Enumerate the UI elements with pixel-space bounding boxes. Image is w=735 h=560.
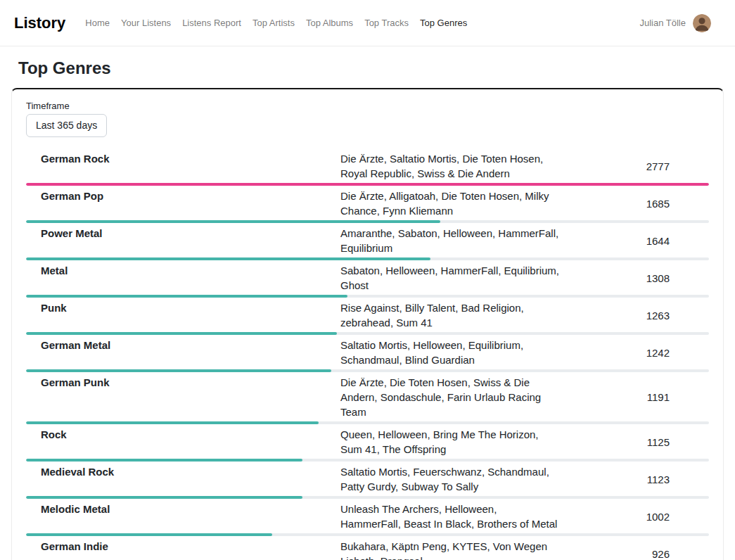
top-genres-card: Timeframe Last 365 days German Rock Die … — [11, 88, 724, 560]
genre-top-artists: Rise Against, Billy Talent, Bad Religion… — [340, 300, 560, 330]
genre-name: Rock — [26, 427, 340, 442]
genre-top-artists: Die Ärzte, Die Toten Hosen, Swiss & Die … — [340, 375, 560, 419]
genre-listen-count: 1191 — [560, 391, 709, 403]
nav-item-top-albums[interactable]: Top Albums — [300, 12, 359, 34]
genre-listen-count: 1263 — [560, 310, 709, 322]
genre-name: German Rock — [26, 151, 340, 166]
genre-row: German Indie Bukahara, Käptn Peng, KYTES… — [26, 536, 709, 560]
nav-item-top-genres[interactable]: Top Genres — [414, 12, 473, 34]
genre-listen-count: 1125 — [560, 436, 709, 448]
genre-name: German Metal — [26, 338, 340, 352]
genre-top-artists: Sabaton, Helloween, HammerFall, Equilibr… — [340, 263, 560, 293]
genre-listen-count: 2777 — [560, 160, 709, 172]
brand-logo[interactable]: Listory — [14, 14, 65, 32]
genre-name: German Pop — [26, 189, 340, 203]
genre-row: German Pop Die Ärzte, Alligatoah, Die To… — [26, 186, 709, 223]
genre-row: Rock Queen, Helloween, Bring Me The Hori… — [26, 424, 709, 462]
page-title: Top Genres — [18, 58, 724, 78]
genre-listen-count: 1644 — [560, 235, 709, 247]
timeframe-select-button[interactable]: Last 365 days — [26, 114, 107, 137]
genre-row: Punk Rise Against, Billy Talent, Bad Rel… — [26, 298, 709, 335]
genre-name: Melodic Metal — [26, 502, 340, 516]
genre-row: Metal Sabaton, Helloween, HammerFall, Eq… — [26, 260, 709, 298]
genre-top-artists: Die Ärzte, Saltatio Mortis, Die Toten Ho… — [340, 151, 560, 181]
genre-table: German Rock Die Ärzte, Saltatio Mortis, … — [26, 148, 709, 560]
genre-listen-count: 1685 — [560, 198, 709, 210]
nav-item-top-artists[interactable]: Top Artists — [247, 12, 300, 34]
user-menu[interactable]: Julian Tölle — [639, 14, 711, 32]
genre-row: German Metal Saltatio Mortis, Helloween,… — [26, 335, 709, 372]
timeframe-group: Timeframe Last 365 days — [26, 101, 709, 137]
genre-name: German Indie — [26, 539, 340, 554]
genre-row: Medieval Rock Saltatio Mortis, Feuerschw… — [26, 462, 709, 499]
genre-top-artists: Unleash The Archers, Helloween, HammerFa… — [340, 502, 560, 531]
genre-top-artists: Queen, Helloween, Bring Me The Horizon, … — [340, 427, 560, 457]
genre-row: Power Metal Amaranthe, Sabaton, Hellowee… — [26, 223, 709, 260]
genre-name: Medieval Rock — [26, 464, 340, 479]
genre-row: Melodic Metal Unleash The Archers, Hello… — [26, 499, 709, 536]
genre-top-artists: Saltatio Mortis, Helloween, Equilibrium,… — [340, 338, 560, 367]
genre-listen-count: 926 — [560, 548, 709, 560]
genre-top-artists: Bukahara, Käptn Peng, KYTES, Von Wegen L… — [340, 539, 560, 560]
user-avatar-icon[interactable] — [693, 14, 711, 32]
genre-name: German Punk — [26, 375, 340, 390]
genre-row: German Punk Die Ärzte, Die Toten Hosen, … — [26, 372, 709, 424]
genre-name: Power Metal — [26, 226, 340, 241]
main-content: Top Genres Timeframe Last 365 days Germa… — [0, 58, 735, 560]
user-name: Julian Tölle — [639, 18, 686, 28]
nav-item-top-tracks[interactable]: Top Tracks — [359, 12, 414, 34]
nav-links: HomeYour ListensListens ReportTop Artist… — [79, 12, 639, 34]
nav-item-home[interactable]: Home — [79, 12, 115, 34]
nav-item-your-listens[interactable]: Your Listens — [115, 12, 177, 34]
genre-name: Metal — [26, 263, 340, 278]
genre-listen-count: 1123 — [560, 473, 709, 485]
genre-top-artists: Die Ärzte, Alligatoah, Die Toten Hosen, … — [340, 189, 560, 218]
nav-item-listens-report[interactable]: Listens Report — [177, 12, 247, 34]
genre-listen-count: 1242 — [560, 347, 709, 359]
genre-row: German Rock Die Ärzte, Saltatio Mortis, … — [26, 148, 709, 186]
genre-name: Punk — [26, 300, 340, 315]
genre-top-artists: Saltatio Mortis, Feuerschwanz, Schandmau… — [340, 464, 560, 494]
timeframe-label: Timeframe — [26, 101, 709, 111]
genre-listen-count: 1002 — [560, 511, 709, 523]
navbar: Listory HomeYour ListensListens ReportTo… — [0, 0, 735, 46]
genre-top-artists: Amaranthe, Sabaton, Helloween, HammerFal… — [340, 226, 560, 255]
genre-listen-count: 1308 — [560, 272, 709, 284]
